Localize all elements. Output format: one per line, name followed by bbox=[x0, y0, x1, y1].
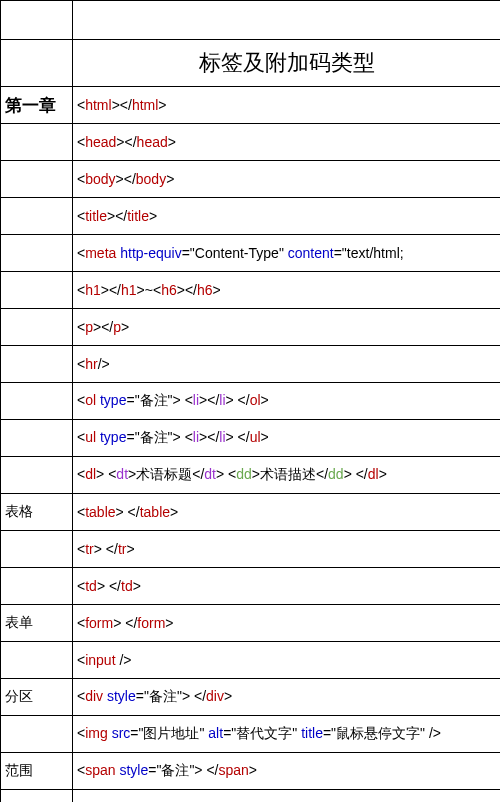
blank-row bbox=[1, 1, 501, 40]
table-row: <input /> bbox=[1, 642, 501, 679]
code-cell: <img src="图片地址" alt="替代文字" title="鼠标悬停文字… bbox=[73, 716, 501, 753]
table-row: <ol type="备注"> <li></li> </ol> bbox=[1, 383, 501, 420]
title-row: 标签及附加码类型 bbox=[1, 40, 501, 87]
code-cell: <title></title> bbox=[73, 198, 501, 235]
table-row: <ul type="备注"> <li></li> </ul> bbox=[1, 420, 501, 457]
code-cell: <head></head> bbox=[73, 124, 501, 161]
code-cell: <meta http-equiv="Content-Type" content=… bbox=[73, 235, 501, 272]
row-label-div: 分区 bbox=[1, 679, 73, 716]
page-title: 标签及附加码类型 bbox=[73, 40, 501, 87]
code-cell: <form> </form> bbox=[73, 605, 501, 642]
code-cell: <dl> <dt>术语标题</dt> <dd>术语描述</dd> </dl> bbox=[73, 457, 501, 494]
table-row: 表单 <form> </form> bbox=[1, 605, 501, 642]
table-row: <tr> </tr> bbox=[1, 531, 501, 568]
code-cell: <hr/> bbox=[73, 346, 501, 383]
table-row: 范围 <span style="备注"> </span> bbox=[1, 753, 501, 790]
code-cell: <p></p> bbox=[73, 309, 501, 346]
table-row: <img src="图片地址" alt="替代文字" title="鼠标悬停文字… bbox=[1, 716, 501, 753]
table-row: 分区 <div style="备注"> </div> bbox=[1, 679, 501, 716]
table-row: <dl> <dt>术语标题</dt> <dd>术语描述</dd> </dl> bbox=[1, 457, 501, 494]
row-label-dash: —— bbox=[1, 790, 73, 803]
table-row: <h1></h1>~<h6></h6> bbox=[1, 272, 501, 309]
table-row: <td> </td> bbox=[1, 568, 501, 605]
table-row: 第一章 <html></html> bbox=[1, 87, 501, 124]
table-row: <p></p> bbox=[1, 309, 501, 346]
code-cell: <ol type="备注"> <li></li> </ol> bbox=[73, 383, 501, 420]
code-cell: <span style="备注"> </span> bbox=[73, 753, 501, 790]
row-label-table: 表格 bbox=[1, 494, 73, 531]
table-row: <hr/> bbox=[1, 346, 501, 383]
code-cell: <div style="备注"> </div> bbox=[73, 679, 501, 716]
code-cell: <tr> </tr> bbox=[73, 531, 501, 568]
code-cell: <br/> bbox=[73, 790, 501, 803]
table-row: <meta http-equiv="Content-Type" content=… bbox=[1, 235, 501, 272]
code-cell: <ul type="备注"> <li></li> </ul> bbox=[73, 420, 501, 457]
table-row: 表格 <table> </table> bbox=[1, 494, 501, 531]
code-cell: <table> </table> bbox=[73, 494, 501, 531]
table-row: <title></title> bbox=[1, 198, 501, 235]
table-row: —— <br/> bbox=[1, 790, 501, 803]
reference-table: 标签及附加码类型 第一章 <html></html> <head></head>… bbox=[0, 0, 500, 802]
chapter-label: 第一章 bbox=[1, 87, 73, 124]
row-label-form: 表单 bbox=[1, 605, 73, 642]
row-label-span: 范围 bbox=[1, 753, 73, 790]
code-cell: <body></body> bbox=[73, 161, 501, 198]
table-row: <head></head> bbox=[1, 124, 501, 161]
code-cell: <input /> bbox=[73, 642, 501, 679]
code-cell: <td> </td> bbox=[73, 568, 501, 605]
code-cell: <html></html> bbox=[73, 87, 501, 124]
code-cell: <h1></h1>~<h6></h6> bbox=[73, 272, 501, 309]
table-row: <body></body> bbox=[1, 161, 501, 198]
